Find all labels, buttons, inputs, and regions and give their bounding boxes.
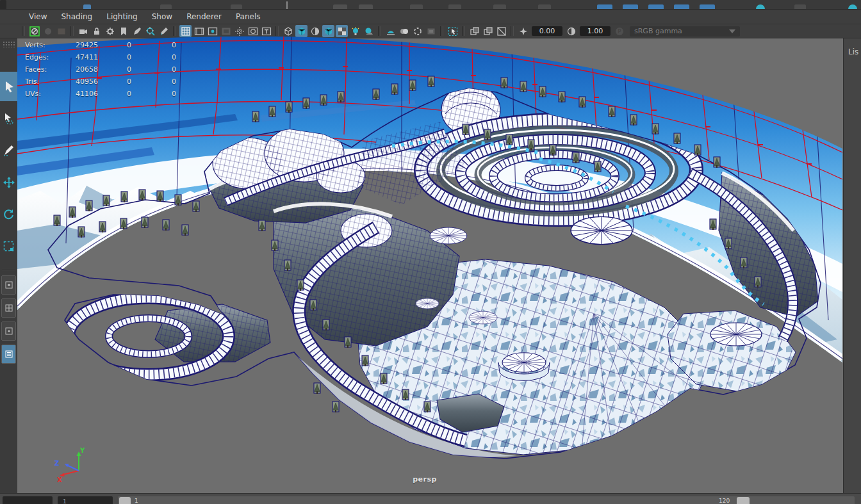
select-camera-icon[interactable] (28, 25, 40, 37)
film-gate-icon[interactable] (193, 25, 205, 37)
divider (462, 26, 465, 36)
smooth-shade-mode-icon[interactable] (295, 25, 308, 37)
layout-outliner-button[interactable] (1, 345, 16, 364)
range-end-handle[interactable] (737, 497, 750, 504)
divider (22, 26, 25, 36)
menu-shading[interactable]: Shading (54, 11, 99, 22)
panel-menu-bar: View Shading Lighting Show Renderer Pane… (0, 10, 861, 24)
divider (378, 26, 381, 36)
wireframe-mode-icon[interactable] (282, 25, 294, 37)
contrast-field[interactable]: 1.00 (580, 26, 611, 36)
chevron-down-icon (729, 29, 735, 33)
hud-faces-label: Faces: (25, 65, 58, 74)
hud-tris-label: Tris: (25, 77, 58, 86)
divider (275, 26, 279, 36)
menu-show[interactable]: Show (145, 11, 179, 22)
safe-title-icon[interactable] (260, 25, 272, 37)
layout-single-pane-button[interactable] (1, 275, 16, 295)
hud-uvs-label: UVs: (25, 90, 58, 98)
hud-verts-value: 29425 (58, 41, 98, 49)
grid-toggle-icon[interactable] (179, 25, 192, 37)
exposure-icon[interactable] (517, 25, 529, 37)
range-end-label: 120 (719, 498, 730, 504)
hud-verts-label: Verts: (25, 41, 58, 49)
animation-start-field[interactable]: 1 (58, 496, 113, 504)
motion-blur-toggle-icon[interactable] (398, 25, 410, 37)
menu-lighting[interactable]: Lighting (99, 11, 145, 22)
layout-four-pane-button[interactable] (1, 298, 16, 318)
menu-panels[interactable]: Panels (229, 11, 268, 22)
layout-persp-outliner-button[interactable] (1, 321, 16, 341)
shadows-toggle-icon[interactable] (363, 25, 375, 37)
gamma-dropdown[interactable]: sRGB gamma (630, 26, 740, 37)
toolbox (0, 38, 18, 493)
viewport-persp[interactable]: Y Z X Verts:2942500 Edges:4741100 Faces:… (17, 38, 842, 493)
select-tool[interactable] (0, 72, 17, 101)
textured-mode-icon[interactable] (336, 25, 348, 37)
grease-pencil-icon[interactable] (158, 25, 170, 37)
range-bar[interactable]: 1 120 (118, 496, 855, 504)
attribute-editor-cutoff: Lis (843, 38, 861, 493)
gamma-dropdown-value: sRGB gamma (634, 27, 682, 35)
lights-toggle-icon[interactable] (349, 25, 361, 37)
pan-zoom-2d-icon[interactable] (144, 25, 156, 37)
wireframe-on-shaded-icon[interactable] (322, 25, 334, 37)
gate-mask-icon[interactable] (220, 25, 232, 37)
divider (70, 26, 74, 36)
occlusion-toggle-icon[interactable] (384, 25, 397, 37)
camera-attributes-icon[interactable] (104, 25, 116, 37)
exposure-field[interactable]: 0.00 (532, 26, 562, 36)
default-material-icon[interactable] (309, 25, 321, 37)
divider (440, 26, 443, 36)
hud-uvs-value: 41106 (58, 90, 98, 98)
hud-edges-value: 47411 (58, 53, 98, 61)
range-start-label: 1 (135, 498, 138, 504)
paint-select-tool[interactable] (0, 136, 17, 165)
multisample-aa-icon[interactable] (411, 25, 423, 37)
hud-tris-value: 40956 (58, 77, 98, 86)
camera-lock-icon[interactable] (90, 25, 102, 37)
lasso-tool[interactable] (0, 104, 17, 133)
scale-tool[interactable] (0, 232, 17, 261)
dim-imageplane-icon[interactable] (55, 25, 67, 37)
color-profile-icon[interactable] (613, 25, 625, 37)
dim-circle-icon[interactable] (42, 25, 54, 37)
image-plane-icon[interactable] (131, 25, 143, 37)
menu-renderer[interactable]: Renderer (179, 11, 229, 22)
depth-of-field-icon[interactable] (425, 25, 437, 37)
axis-x-label: X (57, 476, 62, 484)
contrast-icon[interactable] (565, 25, 577, 37)
camera-select-icon[interactable] (77, 25, 89, 37)
axis-y-label: Y (79, 447, 85, 454)
resolution-gate-icon[interactable] (206, 25, 218, 37)
bookmark-icon[interactable] (117, 25, 129, 37)
crop-region-icon[interactable] (495, 25, 507, 37)
scene-3d[interactable]: Y Z X (17, 38, 842, 493)
range-start-handle[interactable] (119, 497, 131, 504)
hud-faces-value: 20658 (58, 65, 98, 74)
playback-start-field[interactable] (3, 496, 53, 504)
field-chart-icon[interactable] (233, 25, 245, 37)
rotate-tool[interactable] (0, 200, 17, 229)
divider (511, 26, 514, 36)
list-menu[interactable]: Lis (848, 47, 858, 56)
snapshot-icon[interactable] (468, 25, 480, 37)
move-tool[interactable] (0, 168, 17, 197)
menu-view[interactable]: View (22, 11, 54, 22)
range-slider-row: 1 1 120 (0, 493, 861, 504)
hud-edges-label: Edges: (25, 53, 58, 61)
viewport-toolbar: 0.00 1.00 sRGB gamma (0, 24, 861, 38)
isolate-select-icon[interactable] (447, 25, 459, 37)
camera-name-label: persp (399, 475, 450, 484)
axis-z-label: Z (54, 460, 59, 467)
safe-action-icon[interactable] (247, 25, 259, 37)
toolbox-grip[interactable] (3, 41, 15, 47)
divider (173, 26, 176, 36)
main-shelf-cutoff (0, 0, 861, 10)
snapshot-all-icon[interactable] (482, 25, 494, 37)
